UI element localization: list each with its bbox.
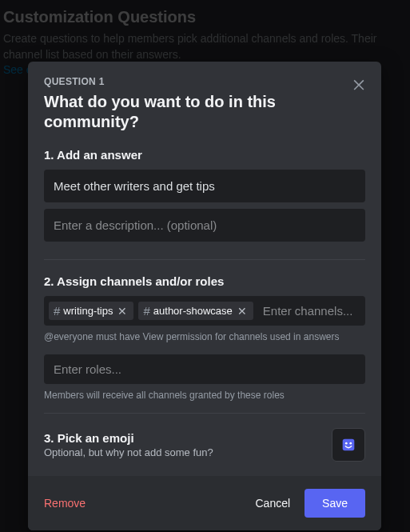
divider [44,413,365,414]
channels-field[interactable]: # writing-tips ✕ # author-showcase ✕ [44,296,365,326]
channel-chip-label: author-showcase [153,305,233,317]
channel-chip: # author-showcase ✕ [138,302,253,320]
emoji-picker-button[interactable] [332,428,365,462]
emoji-subtext: Optional, but why not add some fun? [44,446,213,458]
answer-input[interactable] [44,170,365,202]
svg-point-2 [349,442,352,445]
emoji-icon [340,436,357,454]
channel-chip: # writing-tips ✕ [49,302,133,320]
hash-icon: # [54,305,60,317]
question-number-label: QUESTION 1 [44,76,365,87]
question-title: What do you want to do in this community… [44,92,365,132]
svg-point-1 [345,442,348,445]
svg-rect-0 [343,439,355,451]
hash-icon: # [143,305,149,317]
channel-chip-label: writing-tips [63,305,113,317]
roles-helper-text: Members will receive all channels grante… [44,389,365,402]
question-modal: QUESTION 1 What do you want to do in thi… [28,62,381,530]
save-button[interactable]: Save [305,489,365,518]
roles-input[interactable] [49,359,360,379]
section-emoji-head: 3. Pick an emoji [44,431,213,445]
close-button[interactable] [349,74,368,94]
description-input[interactable] [44,209,365,242]
channels-input[interactable] [258,301,360,321]
close-icon [351,76,367,92]
divider [44,259,365,260]
cancel-button[interactable]: Cancel [241,489,305,518]
section-assign-head: 2. Assign channels and/or roles [44,274,365,288]
section-add-answer-head: 1. Add an answer [44,148,365,162]
remove-chip-button[interactable]: ✕ [236,306,249,317]
remove-button[interactable]: Remove [44,489,100,518]
remove-chip-button[interactable]: ✕ [116,306,129,317]
channels-helper-text: @everyone must have View permission for … [44,330,365,343]
modal-footer: Remove Cancel Save [28,476,381,530]
roles-field[interactable] [44,354,365,384]
